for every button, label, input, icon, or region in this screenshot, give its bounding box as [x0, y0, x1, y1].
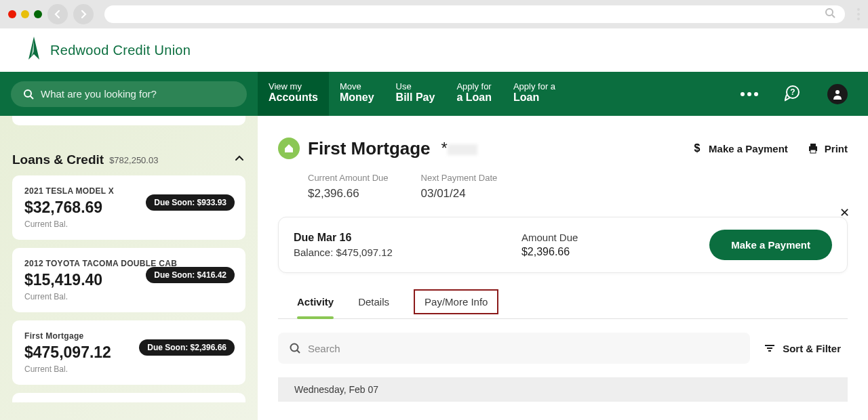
- top-nav: What are you looking for? View my Accoun…: [0, 72, 868, 116]
- page-title: First Mortgage: [308, 138, 431, 159]
- section-title: Loans & Credit: [12, 152, 104, 167]
- search-icon: [23, 89, 34, 100]
- nav-move-money[interactable]: Move Money: [329, 72, 385, 116]
- browser-back-button[interactable]: [47, 4, 68, 24]
- tab-activity[interactable]: Activity: [297, 296, 334, 318]
- sort-filter-button[interactable]: Sort & Filter: [764, 342, 848, 354]
- due-soon-badge: Due Soon: $416.42: [146, 267, 235, 283]
- close-window-button[interactable]: [8, 10, 16, 18]
- svg-line-1: [832, 15, 835, 18]
- due-soon-badge: Due Soon: $933.93: [146, 194, 235, 211]
- content-tabs: Activity Details Pay/More Info: [278, 296, 848, 319]
- minimize-window-button[interactable]: [21, 10, 29, 18]
- svg-point-6: [835, 90, 840, 94]
- nav-apply-loan-1[interactable]: Apply for a Loan: [446, 72, 502, 116]
- next-payment-date: Next Payment Date 03/01/24: [421, 173, 498, 201]
- make-payment-link[interactable]: $ Make a Payment: [691, 142, 788, 154]
- print-link[interactable]: Print: [807, 142, 848, 154]
- print-icon: [807, 142, 819, 154]
- search-placeholder: What are you looking for?: [41, 88, 157, 100]
- accounts-sidebar: Loans & Credit $782,250.03 2021 TESLA MO…: [0, 116, 258, 420]
- svg-rect-10: [810, 150, 816, 153]
- nav-apply-loan-2[interactable]: Apply for a Loan: [502, 72, 566, 116]
- browser-menu-button[interactable]: [857, 8, 860, 20]
- svg-point-0: [826, 9, 833, 16]
- content-header: First Mortgage * $ Make a Payment Print: [278, 138, 848, 159]
- brand-logo-icon: [24, 37, 43, 64]
- balance-label: Balance: $475,097.12: [294, 247, 393, 258]
- filter-row: Search Sort & Filter: [278, 333, 848, 364]
- svg-rect-9: [810, 144, 816, 146]
- brand-name: Redwood Credit Union: [50, 43, 191, 58]
- due-date-label: Due Mar 16: [294, 232, 393, 244]
- tab-pay-more-info[interactable]: Pay/More Info: [414, 289, 498, 314]
- current-amount-due: Current Amount Due $2,396.66: [308, 173, 389, 201]
- make-payment-button[interactable]: Make a Payment: [709, 230, 832, 260]
- nav-accounts[interactable]: View my Accounts: [258, 72, 329, 116]
- account-card-tesla[interactable]: 2021 TESLA MODEL X $32,768.69 Current Ba…: [12, 175, 245, 240]
- nav-bill-pay[interactable]: Use Bill Pay: [385, 72, 446, 116]
- transactions-search-input[interactable]: Search: [278, 333, 750, 364]
- dollar-icon: $: [691, 142, 703, 154]
- home-icon: [278, 138, 300, 159]
- summary-row: Current Amount Due $2,396.66 Next Paymen…: [278, 173, 848, 201]
- payment-alert-card: ✕ Due Mar 16 Balance: $475,097.12 Amount…: [278, 217, 848, 273]
- search-icon: [825, 7, 835, 21]
- tab-details[interactable]: Details: [358, 296, 389, 318]
- partial-card-bottom: [12, 393, 245, 402]
- due-soon-badge: Due Soon: $2,396.66: [139, 339, 235, 356]
- partial-card-top: [12, 116, 245, 125]
- help-icon[interactable]: ?: [784, 84, 802, 104]
- transaction-date-header: Wednesday, Feb 07: [278, 377, 848, 402]
- svg-line-12: [297, 350, 300, 353]
- browser-forward-button[interactable]: [73, 4, 94, 24]
- account-card-mortgage[interactable]: First Mortgage $475,097.12 Current Bal. …: [12, 320, 245, 385]
- window-controls: [8, 10, 42, 18]
- maximize-window-button[interactable]: [34, 10, 42, 18]
- logo-bar: Redwood Credit Union: [0, 28, 868, 72]
- account-mask: *: [441, 139, 477, 158]
- search-icon: [289, 342, 301, 354]
- account-card-tacoma[interactable]: 2012 TOYOTA TACOMA DOUBLE CAB $15,419.40…: [12, 248, 245, 312]
- global-search-input[interactable]: What are you looking for?: [11, 81, 247, 107]
- more-menu-button[interactable]: [741, 92, 758, 96]
- browser-chrome: [0, 0, 868, 28]
- main-content: First Mortgage * $ Make a Payment Print …: [258, 116, 868, 420]
- svg-point-2: [24, 90, 31, 97]
- svg-text:$: $: [694, 142, 701, 154]
- section-total: $782,250.03: [109, 155, 158, 165]
- user-avatar[interactable]: [827, 84, 848, 104]
- svg-text:?: ?: [790, 87, 795, 97]
- url-bar[interactable]: [104, 5, 845, 23]
- close-icon[interactable]: ✕: [840, 205, 850, 220]
- svg-point-11: [291, 344, 298, 352]
- chevron-up-icon: [233, 152, 245, 167]
- svg-line-3: [31, 96, 33, 99]
- filter-icon: [764, 342, 776, 354]
- sidebar-section-header[interactable]: Loans & Credit $782,250.03: [12, 138, 245, 175]
